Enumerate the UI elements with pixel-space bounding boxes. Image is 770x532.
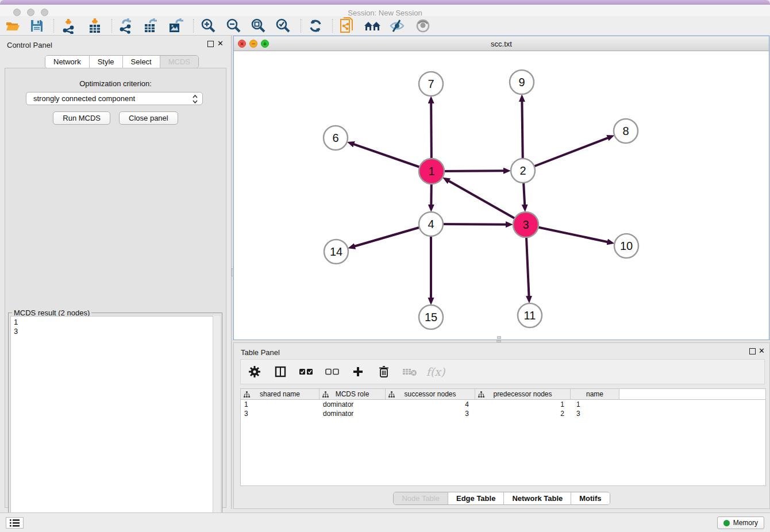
graph-node-label: 6 xyxy=(332,132,338,144)
table-row[interactable]: 3 dominator 3 2 3 xyxy=(241,409,765,418)
graph-node-8[interactable]: 8 xyxy=(614,119,638,143)
delete-table-button[interactable] xyxy=(402,364,418,380)
criterion-dropdown[interactable]: strongly connected component xyxy=(26,92,203,105)
hide-selected-button[interactable] xyxy=(388,18,406,34)
network-canvas[interactable]: 7968124314101511 xyxy=(234,51,769,340)
graph-node-2[interactable]: 2 xyxy=(511,159,535,183)
memory-button[interactable]: Memory xyxy=(717,516,764,529)
float-panel-icon[interactable] xyxy=(749,348,756,354)
column-header-mcds-role[interactable]: MCDS role xyxy=(319,389,386,399)
table-panel-header: Table Panel ✕ xyxy=(234,343,769,358)
import-network-icon xyxy=(60,18,76,34)
zoom-selected-button[interactable] xyxy=(274,18,292,34)
column-header-shared-name[interactable]: shared name xyxy=(241,389,319,399)
graph-node-7[interactable]: 7 xyxy=(419,72,443,96)
graph-node-6[interactable]: 6 xyxy=(324,126,348,150)
run-mcds-button[interactable]: Run MCDS xyxy=(53,111,110,125)
graph-node-label: 1 xyxy=(428,165,434,178)
show-column-button[interactable] xyxy=(272,364,288,380)
result-scrollbar[interactable] xyxy=(213,316,220,530)
cell-successor-nodes: 4 xyxy=(386,400,475,408)
column-label: predecessor nodes xyxy=(493,390,552,398)
network-file-button[interactable] xyxy=(338,18,356,34)
houses-icon xyxy=(363,18,382,33)
tab-mcds[interactable]: MCDS xyxy=(160,56,198,68)
import-network-button[interactable] xyxy=(59,18,78,34)
close-panel-icon[interactable]: ✕ xyxy=(759,346,765,355)
function-builder-button[interactable]: f(x) xyxy=(428,364,444,380)
toolbar-separator xyxy=(332,19,333,33)
close-panel-icon[interactable]: ✕ xyxy=(217,39,224,48)
save-session-button[interactable] xyxy=(28,18,46,34)
select-all-button[interactable] xyxy=(298,364,314,380)
memory-label: Memory xyxy=(733,519,758,527)
export-image-button[interactable] xyxy=(167,18,185,34)
optimization-criterion-label: Optimization criterion: xyxy=(5,79,226,88)
refresh-view-button[interactable] xyxy=(306,18,325,34)
export-network-button[interactable] xyxy=(116,18,134,34)
graph-node-3[interactable]: 3 xyxy=(513,212,538,237)
import-table-button[interactable] xyxy=(86,18,104,34)
toolbar-separator xyxy=(111,19,112,33)
cell-successor-nodes: 3 xyxy=(386,410,475,418)
show-all-networks-button[interactable] xyxy=(363,18,382,34)
trash-icon xyxy=(379,365,389,378)
zoom-out-icon xyxy=(225,18,241,34)
graph-node-9[interactable]: 9 xyxy=(510,70,534,94)
tab-network[interactable]: Network xyxy=(45,56,90,68)
graph-node-label: 2 xyxy=(519,164,526,177)
column-header-successor-nodes[interactable]: successor nodes xyxy=(386,389,475,399)
add-row-button[interactable] xyxy=(350,364,366,380)
table-row[interactable]: 1 dominator 4 1 1 xyxy=(241,400,765,409)
graph-node-4[interactable]: 4 xyxy=(419,212,443,236)
graph-node-label: 14 xyxy=(330,245,342,258)
graph-node-label: 10 xyxy=(620,240,633,252)
graph-node-label: 8 xyxy=(622,125,629,137)
table-options-button[interactable] xyxy=(247,364,263,380)
task-history-button[interactable] xyxy=(6,517,24,529)
graph-edge-2-8[interactable] xyxy=(523,138,608,171)
control-panel-title: Control Panel xyxy=(7,41,52,49)
graph-node-10[interactable]: 10 xyxy=(614,234,638,258)
tab-node-table[interactable]: Node Table xyxy=(394,492,448,504)
cell-mcds-role: dominator xyxy=(319,400,386,408)
control-panel-tabs: Network Style Select MCDS xyxy=(45,55,199,68)
open-session-button[interactable] xyxy=(3,18,22,34)
show-hidden-button[interactable] xyxy=(414,18,432,34)
close-panel-button[interactable]: Close panel xyxy=(119,111,178,125)
delete-table-icon xyxy=(402,367,417,376)
toolbar-separator xyxy=(193,19,194,33)
network-window-titlebar[interactable]: × − + scc.txt xyxy=(234,36,769,51)
tab-style[interactable]: Style xyxy=(90,56,123,68)
column-label: MCDS role xyxy=(336,390,369,398)
status-bar: Memory xyxy=(0,512,770,532)
tab-edge-table[interactable]: Edge Table xyxy=(448,492,504,504)
column-header-name[interactable]: name xyxy=(571,389,619,399)
cell-name: 3 xyxy=(571,410,619,418)
refresh-icon xyxy=(308,18,323,33)
control-panel: Control Panel ✕ Network Style Select MCD… xyxy=(0,36,231,509)
graph-node-1[interactable]: 1 xyxy=(419,159,444,184)
graph-node-11[interactable]: 11 xyxy=(518,303,542,327)
unselect-all-button[interactable] xyxy=(324,364,340,380)
graph-node-15[interactable]: 15 xyxy=(419,305,443,329)
graph-node-14[interactable]: 14 xyxy=(324,240,348,264)
tab-select[interactable]: Select xyxy=(123,56,160,68)
view-resize-handle[interactable] xyxy=(497,336,501,339)
zoom-fit-button[interactable] xyxy=(249,18,267,34)
column-header-predecessor-nodes[interactable]: predecessor nodes xyxy=(475,389,571,399)
graph-node-label: 7 xyxy=(428,78,434,90)
memory-status-dot xyxy=(723,520,730,526)
delete-row-button[interactable] xyxy=(376,364,392,380)
control-panel-header: Control Panel ✕ xyxy=(0,36,231,53)
criterion-value: strongly connected component xyxy=(33,94,135,103)
zoom-fit-icon xyxy=(250,18,266,34)
columns-icon xyxy=(275,366,286,377)
toolbar-separator xyxy=(301,19,301,33)
zoom-out-button[interactable] xyxy=(224,18,242,34)
tab-motifs[interactable]: Motifs xyxy=(571,492,609,504)
tab-network-table[interactable]: Network Table xyxy=(504,492,571,504)
float-panel-icon[interactable] xyxy=(207,41,214,47)
export-table-button[interactable] xyxy=(141,18,160,34)
zoom-in-button[interactable] xyxy=(199,18,217,34)
